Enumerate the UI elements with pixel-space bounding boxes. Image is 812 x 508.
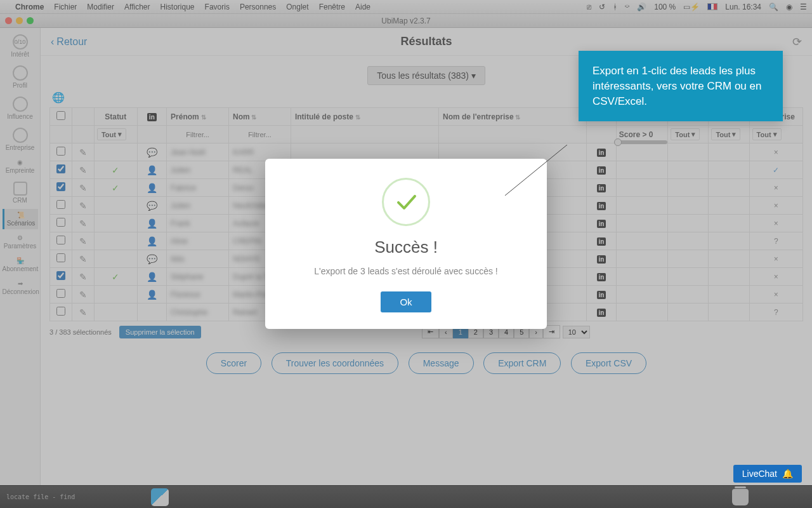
bell-icon: 🔔	[782, 469, 793, 479]
modal-body: L'export de 3 leads s'est déroulé avec s…	[280, 266, 532, 276]
callout-connector	[505, 145, 567, 196]
success-check-icon	[382, 178, 430, 226]
livechat-button[interactable]: LiveChat 🔔	[733, 465, 802, 483]
modal-ok-button[interactable]: Ok	[381, 291, 431, 312]
modal-title: Succès !	[280, 237, 532, 257]
svg-line-0	[505, 145, 567, 196]
export-callout: Export en 1-clic des leads les plus inté…	[579, 51, 783, 121]
